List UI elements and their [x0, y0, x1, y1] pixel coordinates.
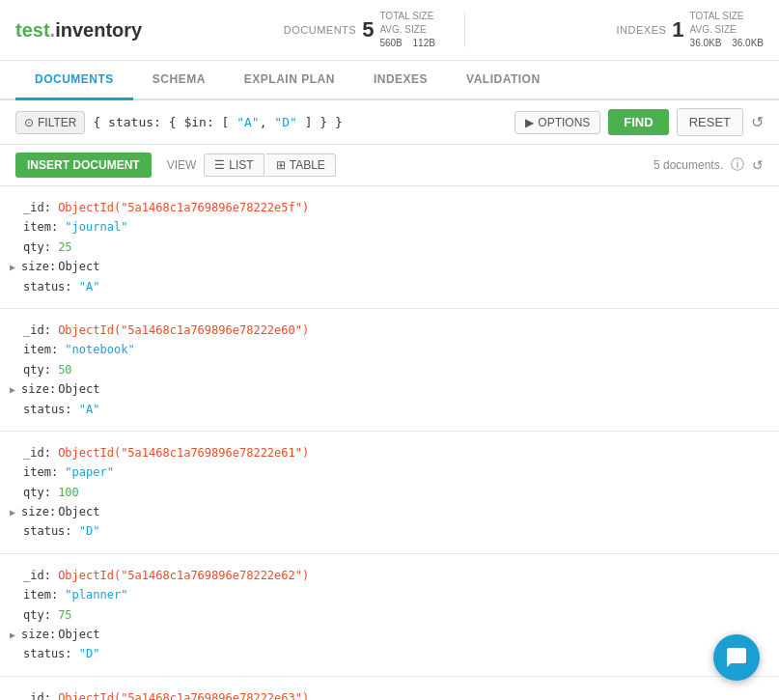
list-icon: ☰ [214, 158, 225, 172]
indexes-size-info: TOTAL SIZE AVG. SIZE 36.0KB 36.0KB [690, 10, 764, 50]
doc-status-field: status: "D" [23, 644, 764, 663]
chat-bubble[interactable] [713, 634, 760, 681]
documents-list: _id: ObjectId("5a1468c1a769896e78222e5f"… [0, 186, 779, 700]
docs-avg-size: 112B [413, 37, 435, 50]
doc-status-field: status: "A" [23, 277, 764, 296]
documents-size-info: TOTAL SIZE AVG. SIZE 560B 112B [379, 10, 435, 50]
doc-item-field: item: "planner" [23, 585, 764, 604]
docs-total-size-label: TOTAL SIZE [379, 10, 433, 23]
indexes-stats: INDEXES 1 TOTAL SIZE AVG. SIZE 36.0KB 36… [617, 10, 764, 50]
tab-indexes[interactable]: INDEXES [354, 61, 447, 100]
table-label: TABLE [290, 158, 325, 172]
filter-query[interactable]: { status: { $in: [ "A", "D" ] } } [93, 115, 507, 129]
tab-documents[interactable]: DOCUMENTS [15, 61, 133, 100]
idx-total-size: 36.0KB [690, 37, 722, 50]
options-label: OPTIONS [538, 116, 590, 129]
document-item: _id: ObjectId("5a1468c1a769896e78222e60"… [0, 309, 779, 432]
reset-button[interactable]: RESET [677, 108, 743, 136]
documents-count-label: 5 documents. [654, 158, 723, 172]
doc-qty-field: qty: 75 [23, 605, 764, 625]
table-icon: ⊞ [276, 158, 286, 172]
tab-explain-plan[interactable]: EXPLAIN PLAN [225, 61, 354, 100]
expand-icon[interactable]: ▶ [10, 504, 15, 520]
list-label: LIST [229, 158, 253, 172]
tabs-bar: DOCUMENTS SCHEMA EXPLAIN PLAN INDEXES VA… [0, 61, 779, 100]
doc-size-field: ▶ size: Object [23, 379, 764, 399]
docs-total-size: 560B [379, 37, 402, 50]
doc-size-field: ▶ size: Object [23, 625, 764, 644]
stats-divider [464, 13, 465, 47]
doc-item-field: item: "journal" [23, 217, 764, 237]
doc-id-field: _id: ObjectId("5a1468c1a769896e78222e62"… [23, 566, 764, 585]
filter-button[interactable]: ⊙ FILTER [15, 111, 85, 134]
view-label: VIEW [167, 158, 197, 172]
expand-icon[interactable]: ▶ [10, 259, 15, 275]
doc-id-field: _id: ObjectId("5a1468c1a769896e78222e61"… [23, 443, 764, 462]
filter-bar: ⊙ FILTER { status: { $in: [ "A", "D" ] }… [0, 100, 779, 145]
documents-label: DOCUMENTS [284, 24, 356, 36]
doc-item-field: item: "paper" [23, 462, 764, 482]
options-button[interactable]: ▶ OPTIONS [515, 111, 600, 134]
document-item: _id: ObjectId("5a1468c1a769896e78222e62"… [0, 554, 779, 677]
document-item: _id: ObjectId("5a1468c1a769896e78222e5f"… [0, 186, 779, 309]
idx-avg-size: 36.0KB [732, 37, 764, 50]
view-toggle: ☰ LIST ⊞ TABLE [204, 154, 335, 177]
idx-total-size-label: TOTAL SIZE [690, 10, 744, 23]
history-button[interactable]: ↺ [751, 113, 764, 131]
document-item: _id: ObjectId("5a1468c1a769896e78222e61"… [0, 432, 779, 554]
doc-status-field: status: "A" [23, 400, 764, 419]
options-arrow-icon: ▶ [525, 116, 534, 129]
chat-icon [725, 646, 748, 669]
table-view-button[interactable]: ⊞ TABLE [266, 154, 336, 177]
doc-qty-field: qty: 50 [23, 360, 764, 379]
documents-toolbar: INSERT DOCUMENT VIEW ☰ LIST ⊞ TABLE 5 do… [0, 145, 779, 186]
doc-id-field: _id: ObjectId("5a1468c1a769896e78222e5f"… [23, 198, 764, 217]
expand-icon[interactable]: ▶ [10, 627, 15, 643]
find-button[interactable]: FIND [608, 109, 668, 135]
doc-status-field: status: "D" [23, 521, 764, 541]
tab-validation[interactable]: VALIDATION [447, 61, 560, 100]
documents-stats: DOCUMENTS 5 TOTAL SIZE AVG. SIZE 560B 11… [284, 10, 435, 50]
expand-icon[interactable]: ▶ [10, 381, 15, 398]
refresh-button[interactable]: ↺ [752, 157, 764, 173]
doc-size-field: ▶ size: Object [23, 257, 764, 276]
doc-qty-field: qty: 100 [23, 483, 764, 502]
logo-test: test [15, 19, 50, 41]
document-item: _id: ObjectId("5a1468c1a769896e78222e63"… [0, 677, 779, 700]
docs-avg-size-label: AVG. SIZE [379, 23, 426, 37]
logo-inventory: inventory [55, 19, 142, 41]
doc-item-field: item: "notebook" [23, 340, 764, 359]
tab-schema[interactable]: SCHEMA [133, 61, 225, 100]
doc-id-field: _id: ObjectId("5a1468c1a769896e78222e63"… [23, 688, 764, 700]
filter-icon: ⊙ [24, 116, 34, 129]
header: test.inventory DOCUMENTS 5 TOTAL SIZE AV… [0, 0, 779, 61]
indexes-count: 1 [672, 17, 683, 42]
doc-qty-field: qty: 25 [23, 238, 764, 257]
indexes-label: INDEXES [617, 24, 667, 36]
filter-label: FILTER [38, 116, 76, 129]
info-button[interactable]: ⓘ [731, 156, 744, 174]
logo: test.inventory [15, 19, 142, 42]
doc-id-field: _id: ObjectId("5a1468c1a769896e78222e60"… [23, 321, 764, 340]
list-view-button[interactable]: ☰ LIST [204, 154, 264, 177]
documents-count: 5 [362, 17, 374, 42]
doc-size-field: ▶ size: Object [23, 502, 764, 521]
insert-document-button[interactable]: INSERT DOCUMENT [15, 153, 152, 178]
idx-avg-size-label: AVG. SIZE [690, 23, 737, 37]
